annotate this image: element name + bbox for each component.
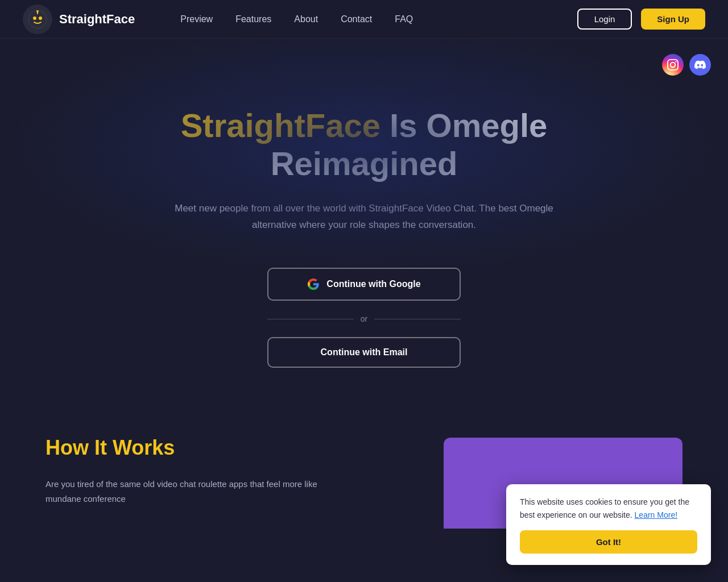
nav-preview[interactable]: Preview	[180, 14, 213, 24]
google-icon	[307, 278, 320, 290]
hero-section: StraightFace Is Omegle Reimagined Meet n…	[0, 39, 728, 402]
or-divider: or	[267, 314, 461, 323]
google-button-label: Continue with Google	[326, 279, 420, 289]
svg-point-4	[36, 10, 39, 13]
cookie-banner: This website uses cookies to ensure you …	[506, 484, 711, 565]
brand-name: StraightFace	[59, 12, 135, 27]
or-text: or	[361, 314, 367, 323]
nav-about[interactable]: About	[294, 14, 318, 24]
email-auth-button[interactable]: Continue with Email	[267, 337, 461, 368]
logo-area[interactable]: StraightFace	[23, 5, 135, 34]
navbar: StraightFace Preview Features About Cont…	[0, 0, 728, 39]
logo-icon	[23, 5, 52, 34]
svg-point-1	[33, 16, 36, 20]
signup-button[interactable]: Sign Up	[641, 9, 705, 30]
svg-point-2	[39, 16, 42, 20]
login-button[interactable]: Login	[577, 9, 632, 30]
auth-section: Continue with Google or Continue with Em…	[267, 268, 461, 368]
hero-title: StraightFace Is Omegle Reimagined	[108, 107, 620, 182]
accept-cookies-button[interactable]: Got It!	[520, 530, 697, 554]
email-button-label: Continue with Email	[321, 347, 408, 357]
nav-faq[interactable]: FAQ	[395, 14, 413, 24]
hero-subtitle: Meet new people from all over the world …	[171, 201, 557, 234]
how-it-works-text: Are you tired of the same old video chat…	[46, 477, 330, 506]
instagram-icon[interactable]	[662, 54, 684, 76]
learn-more-link[interactable]: Learn More!	[635, 510, 677, 519]
hero-title-colored: StraightFace	[181, 107, 380, 144]
cookie-message: This website uses cookies to ensure you …	[520, 496, 697, 521]
social-icons	[662, 54, 711, 76]
google-auth-button[interactable]: Continue with Google	[267, 268, 461, 301]
nav-actions: Login Sign Up	[577, 9, 705, 30]
nav-features[interactable]: Features	[235, 14, 271, 24]
nav-links: Preview Features About Contact FAQ	[180, 14, 577, 24]
discord-icon[interactable]	[689, 54, 711, 76]
nav-contact[interactable]: Contact	[341, 14, 372, 24]
